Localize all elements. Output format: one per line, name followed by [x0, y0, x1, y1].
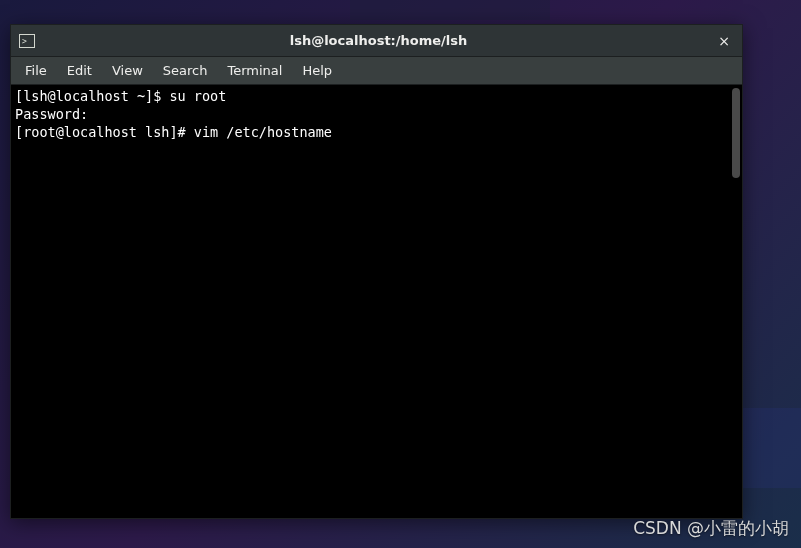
close-button[interactable]: ×	[714, 31, 734, 51]
menu-edit[interactable]: Edit	[57, 59, 102, 82]
terminal-content[interactable]: [lsh@localhost ~]$ su root Password: [ro…	[11, 85, 742, 518]
menu-help[interactable]: Help	[292, 59, 342, 82]
window-title: lsh@localhost:/home/lsh	[43, 33, 714, 48]
menubar: File Edit View Search Terminal Help	[11, 57, 742, 85]
menu-view[interactable]: View	[102, 59, 153, 82]
menu-file[interactable]: File	[15, 59, 57, 82]
terminal-window: lsh@localhost:/home/lsh × File Edit View…	[10, 24, 743, 519]
terminal-line: [root@localhost lsh]# vim /etc/hostname	[15, 123, 738, 141]
menu-search[interactable]: Search	[153, 59, 218, 82]
terminal-icon	[19, 34, 35, 48]
watermark-text: CSDN @小雷的小胡	[633, 517, 789, 540]
background-decoration	[350, 0, 550, 20]
terminal-line: Password:	[15, 105, 738, 123]
window-titlebar[interactable]: lsh@localhost:/home/lsh ×	[11, 25, 742, 57]
menu-terminal[interactable]: Terminal	[217, 59, 292, 82]
terminal-line: [lsh@localhost ~]$ su root	[15, 87, 738, 105]
scrollbar-thumb[interactable]	[732, 88, 740, 178]
